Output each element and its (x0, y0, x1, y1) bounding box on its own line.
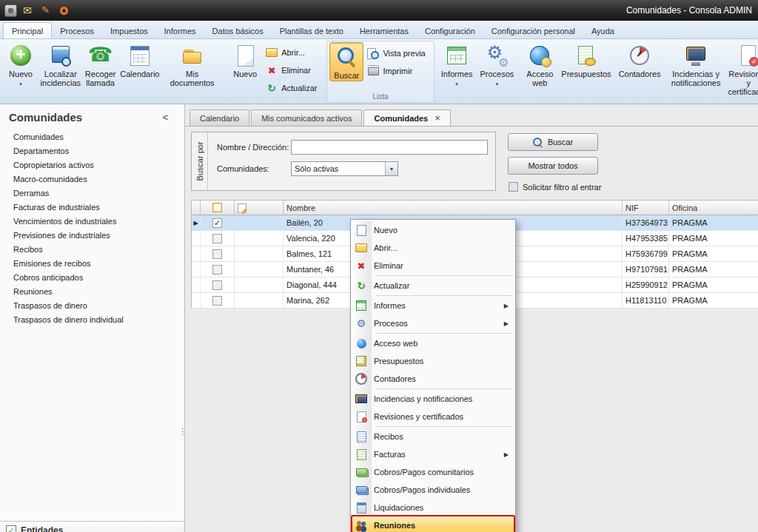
ribbon-tab-informes[interactable]: Informes (156, 23, 204, 38)
mostrar-todos-button[interactable]: Mostrar todos (508, 157, 598, 175)
ribbon-button-contadores[interactable]: Contadores (616, 41, 664, 79)
splitter-handle[interactable]: ⋮ (178, 430, 184, 434)
column-header-nif[interactable]: NIF (623, 201, 669, 215)
menu-item-contadores[interactable]: Contadores (352, 370, 514, 388)
sidebar-item-derramas[interactable]: Derramas (0, 186, 184, 200)
row-checkbox[interactable] (212, 280, 222, 290)
ribbon-tab-impuestos[interactable]: Impuestos (102, 23, 156, 38)
column-header-oficina[interactable]: Oficina (669, 201, 758, 215)
ribbon-button-vista-previa[interactable]: Vista previa (365, 46, 431, 61)
ribbon-button-nuevo[interactable]: Nuevo (228, 41, 262, 79)
menu-item-nuevo[interactable]: Nuevo (352, 221, 514, 239)
doc-tab-calendario[interactable]: Calendario (190, 110, 249, 126)
sidebar-item-reuniones[interactable]: Reuniones (0, 284, 184, 298)
ribbon-group-label (670, 97, 758, 103)
ribbon-group-label: Lista (329, 92, 431, 102)
sidebar-item-macro-comunidades[interactable]: Macro-comunidades (0, 172, 184, 186)
row-indicator (192, 277, 201, 292)
ribbon-group-label (4, 93, 222, 103)
ribbon-button-nuevo[interactable]: Nuevo▾ (4, 41, 38, 90)
cell-oficina: PRAGMA (669, 293, 758, 308)
row-checkbox[interactable]: ✓ (212, 218, 222, 228)
row-indicator (192, 231, 201, 246)
ribbon-tab-procesos[interactable]: Procesos (52, 23, 102, 38)
ribbon-button-procesos[interactable]: Procesos▾ (477, 41, 517, 90)
menu-item-revisiones-y-certificados[interactable]: Revisiones y certificados (352, 408, 514, 425)
sidebar-item-emisiones-de-recibos[interactable]: Emisiones de recibos (0, 256, 184, 270)
sidebar-item-previsiones-de-industriales[interactable]: Previsiones de industriales (0, 228, 184, 242)
ribbon-small-label: Actualizar (281, 84, 317, 92)
menu-item-procesos[interactable]: Procesos▶ (352, 314, 514, 332)
buscar-button[interactable]: Buscar (508, 133, 598, 151)
menu-item-actualizar[interactable]: Actualizar (352, 277, 514, 294)
ribbon-tab-ayuda[interactable]: Ayuda (583, 23, 623, 38)
ribbon-button-presupuestos[interactable]: Presupuestos (558, 41, 614, 79)
menu-item-presupuestos[interactable]: Presupuestos (352, 352, 514, 370)
ribbon-tab-configuración[interactable]: Configuración (417, 23, 483, 38)
menu-item-liquidaciones[interactable]: Liquidaciones (352, 499, 514, 516)
compose-icon[interactable] (40, 4, 53, 17)
ribbon-button-incidencias-y-notificaciones[interactable]: Incidencias ynotificaciones (670, 41, 722, 88)
ribbon-button-recoger-llamada[interactable]: Recogerllamada (84, 41, 118, 88)
ribbon-button-eliminar[interactable]: Eliminar (264, 63, 323, 78)
icon-column-header[interactable] (235, 201, 284, 215)
menu-item-acceso-web[interactable]: Acceso web (352, 334, 514, 352)
doc-tab-comunidades[interactable]: Comunidades× (363, 110, 450, 126)
menu-item-reuniones[interactable]: Reuniones (352, 516, 514, 532)
sidebar-item-vencimientos-de-industriales[interactable]: Vencimientos de industriales (0, 214, 184, 228)
ribbon-button-label: Mis documentos (165, 70, 219, 87)
edit-column-icon (238, 203, 247, 212)
row-checkbox[interactable] (212, 265, 222, 275)
sidebar-item-traspasos-de-dinero[interactable]: Traspasos de dinero (0, 298, 184, 312)
sidebar-bottom-item[interactable]: ✓ Entidades (0, 521, 184, 532)
row-checkbox[interactable] (212, 296, 222, 306)
ribbon-button-informes[interactable]: Informes▾ (438, 41, 476, 90)
record-icon[interactable] (58, 4, 70, 17)
ribbon-button-imprimir[interactable]: Imprimir (365, 64, 431, 78)
ribbon-tab-configuración-personal[interactable]: Configuración personal (483, 23, 583, 38)
column-header-nombre[interactable]: Nombre (284, 201, 623, 215)
select-all-checkbox[interactable] (212, 203, 222, 212)
collapse-sidebar-icon[interactable]: < (162, 112, 168, 123)
menu-item-informes[interactable]: Informes▶ (352, 297, 514, 314)
menu-item-recibos[interactable]: Recibos (352, 428, 514, 445)
ribbon-button-actualizar[interactable]: Actualizar (264, 81, 323, 95)
menu-item-eliminar[interactable]: Eliminar (352, 257, 514, 275)
sidebar-item-departamentos[interactable]: Departamentos (0, 144, 184, 158)
menu-item-facturas[interactable]: Facturas▶ (352, 445, 514, 463)
ribbon-button-buscar[interactable]: Buscar (329, 42, 363, 81)
ribbon-tab-datos-básicos[interactable]: Datos básicos (204, 23, 272, 38)
ribbon-button-revisiones-y-certificados[interactable]: Revisiones ycertificados (724, 41, 758, 97)
sidebar-item-traspasos-de-dinero-individual[interactable]: Traspasos de dinero individual (0, 312, 184, 326)
doc-tab-mis-comunicados-activos[interactable]: Mis comunicados activos (251, 110, 362, 126)
sidebar-item-facturas-de-industriales[interactable]: Facturas de industriales (0, 200, 184, 214)
name-address-input[interactable] (291, 140, 488, 155)
ribbon-tab-herramientas[interactable]: Herramientas (352, 23, 417, 38)
row-checkbox[interactable] (212, 249, 222, 259)
select-all-header[interactable] (201, 201, 235, 215)
filter-on-enter-checkbox[interactable] (509, 182, 518, 192)
ribbon-tab-principal[interactable]: Principal (3, 22, 52, 38)
chevron-down-icon[interactable]: ▼ (385, 162, 398, 175)
ribbon-button-abrir[interactable]: Abrir... (264, 45, 323, 60)
sidebar-item-recibos[interactable]: Recibos (0, 242, 184, 256)
ribbon-button-localizar-incidencias[interactable]: Localizarincidencias (39, 41, 82, 88)
menu-item-label: Contadores (374, 374, 416, 383)
ribbon-group-body: Incidencias ynotificacionesRevisiones yc… (670, 41, 758, 97)
menu-item-cobros-pagos-comunitarios[interactable]: Cobros/Pagos comunitarios (352, 463, 514, 481)
sidebar-item-cobros-anticipados[interactable]: Cobros anticipados (0, 270, 184, 284)
row-checkbox[interactable] (212, 234, 222, 243)
ribbon-button-acceso-web[interactable]: Accesoweb (523, 41, 557, 88)
ribbon-tab-plantillas-de-texto[interactable]: Plantillas de texto (272, 23, 352, 38)
communities-dropdown[interactable]: Sólo activas ▼ (291, 161, 398, 176)
row-indicator (192, 293, 201, 308)
sidebar-item-copropietarios-activos[interactable]: Copropietarios activos (0, 158, 184, 172)
ribbon-button-mis-documentos[interactable]: Mis documentos (162, 41, 222, 88)
menu-item-abrir[interactable]: Abrir... (352, 239, 514, 257)
menu-item-cobros-pagos-individuales[interactable]: Cobros/Pagos individuales (352, 481, 514, 499)
menu-item-incidencias-y-notificaciones[interactable]: Incidencias y notificaciones (352, 390, 514, 408)
close-tab-icon[interactable]: × (435, 115, 440, 122)
mail-icon[interactable] (22, 4, 35, 17)
ribbon-button-calendario[interactable]: Calendario (119, 41, 161, 79)
sidebar-item-comunidades[interactable]: Comunidades (0, 129, 184, 144)
